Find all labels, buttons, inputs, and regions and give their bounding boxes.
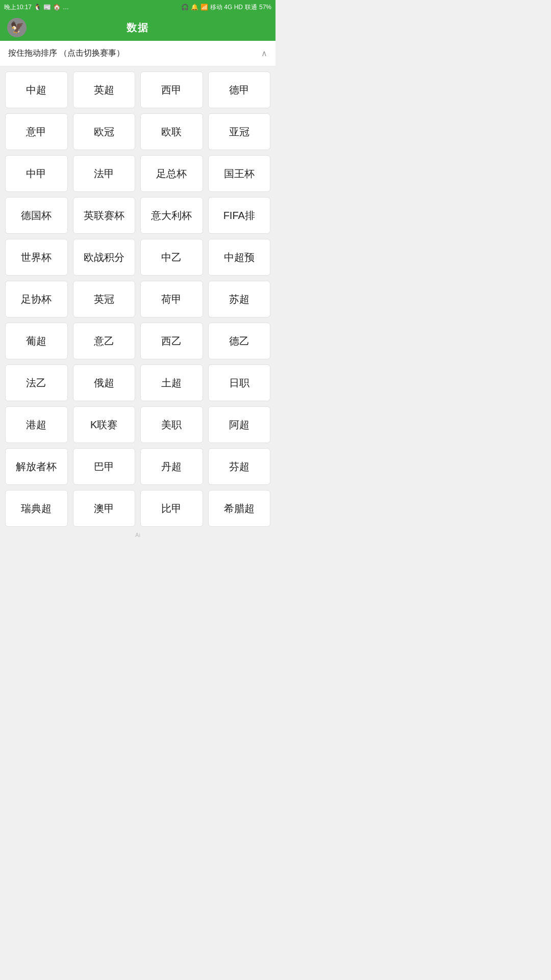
league-item-8[interactable]: 中甲 (5, 155, 68, 192)
league-item-25[interactable]: 意乙 (73, 323, 136, 359)
network-label: 移动 4G HD (210, 3, 243, 12)
league-item-4[interactable]: 意甲 (5, 113, 68, 150)
league-item-0[interactable]: 中超 (5, 71, 68, 108)
league-item-19[interactable]: 中超预 (208, 239, 271, 276)
icon-app1: 📰 (43, 4, 51, 11)
battery-label: 57% (259, 4, 271, 11)
league-item-39[interactable]: 芬超 (208, 448, 271, 485)
league-item-1[interactable]: 英超 (73, 71, 136, 108)
league-item-21[interactable]: 英冠 (73, 281, 136, 317)
league-item-5[interactable]: 欧冠 (73, 113, 136, 150)
league-item-10[interactable]: 足总杯 (140, 155, 203, 192)
header: 🦅 数据 (0, 14, 276, 41)
chevron-up-icon[interactable]: ∧ (261, 48, 267, 58)
league-item-38[interactable]: 丹超 (140, 448, 203, 485)
league-item-20[interactable]: 足协杯 (5, 281, 68, 317)
status-bar: 晚上10:17 🐧 📰 🏠 … 🎧 🔔 📶 移动 4G HD 联通 57% (0, 0, 276, 14)
sort-bar-hint-text: （点击切换赛事） (59, 48, 124, 57)
league-item-12[interactable]: 德国杯 (5, 197, 68, 234)
league-item-9[interactable]: 法甲 (73, 155, 136, 192)
league-item-43[interactable]: 希腊超 (208, 490, 271, 527)
grid-container: 中超英超西甲德甲意甲欧冠欧联亚冠中甲法甲足总杯国王杯德国杯英联赛杯意大利杯FIF… (0, 66, 276, 540)
league-item-11[interactable]: 国王杯 (208, 155, 271, 192)
league-item-18[interactable]: 中乙 (140, 239, 203, 276)
icon-more: … (63, 4, 69, 11)
carrier-label: 联通 (245, 3, 257, 12)
icon-qq: 🐧 (34, 4, 41, 11)
league-item-28[interactable]: 法乙 (5, 364, 68, 401)
league-item-35[interactable]: 阿超 (208, 406, 271, 443)
league-item-17[interactable]: 欧战积分 (73, 239, 136, 276)
page-title: 数据 (127, 21, 149, 35)
league-item-40[interactable]: 瑞典超 (5, 490, 68, 527)
league-item-33[interactable]: K联赛 (73, 406, 136, 443)
sort-bar-label: 按住拖动排序 （点击切换赛事） (8, 48, 124, 59)
sort-bar: 按住拖动排序 （点击切换赛事） ∧ (0, 41, 276, 66)
time: 晚上10:17 (4, 3, 32, 12)
league-item-7[interactable]: 亚冠 (208, 113, 271, 150)
icon-app2: 🏠 (53, 4, 61, 11)
league-item-29[interactable]: 俄超 (73, 364, 136, 401)
league-item-2[interactable]: 西甲 (140, 71, 203, 108)
league-item-15[interactable]: FIFA排 (208, 197, 271, 234)
league-item-22[interactable]: 荷甲 (140, 281, 203, 317)
league-item-26[interactable]: 西乙 (140, 323, 203, 359)
status-right: 🎧 🔔 📶 移动 4G HD 联通 57% (181, 3, 271, 12)
league-item-42[interactable]: 比甲 (140, 490, 203, 527)
league-item-37[interactable]: 巴甲 (73, 448, 136, 485)
avatar[interactable]: 🦅 (7, 18, 27, 37)
sort-bar-main-text: 按住拖动排序 (8, 48, 57, 57)
league-item-41[interactable]: 澳甲 (73, 490, 136, 527)
league-item-13[interactable]: 英联赛杯 (73, 197, 136, 234)
league-item-32[interactable]: 港超 (5, 406, 68, 443)
league-item-31[interactable]: 日职 (208, 364, 271, 401)
status-left: 晚上10:17 🐧 📰 🏠 … (4, 3, 69, 12)
league-item-24[interactable]: 葡超 (5, 323, 68, 359)
league-item-23[interactable]: 苏超 (208, 281, 271, 317)
league-item-16[interactable]: 世界杯 (5, 239, 68, 276)
league-item-27[interactable]: 德乙 (208, 323, 271, 359)
league-item-34[interactable]: 美职 (140, 406, 203, 443)
league-item-14[interactable]: 意大利杯 (140, 197, 203, 234)
league-item-36[interactable]: 解放者杯 (5, 448, 68, 485)
league-grid: 中超英超西甲德甲意甲欧冠欧联亚冠中甲法甲足总杯国王杯德国杯英联赛杯意大利杯FIF… (5, 71, 270, 527)
watermark: Ai (5, 527, 270, 540)
icon-wifi: 📶 (201, 4, 208, 11)
icon-headphone: 🎧 (181, 4, 189, 11)
league-item-30[interactable]: 土超 (140, 364, 203, 401)
icon-bell: 🔔 (191, 4, 198, 11)
league-item-6[interactable]: 欧联 (140, 113, 203, 150)
league-item-3[interactable]: 德甲 (208, 71, 271, 108)
